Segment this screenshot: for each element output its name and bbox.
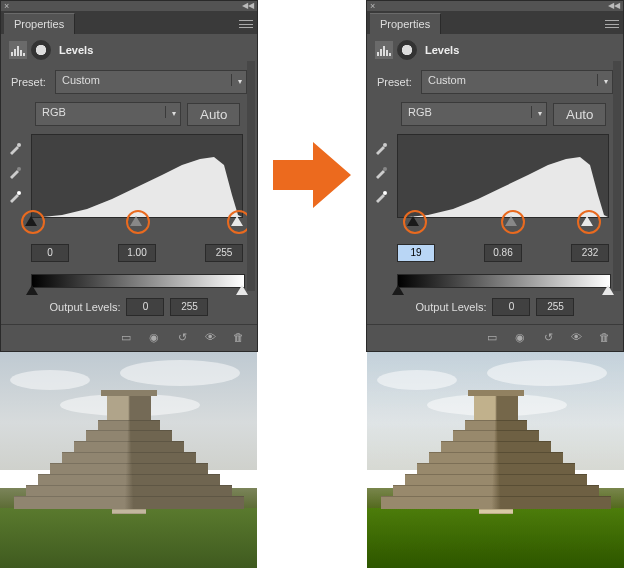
- panel-footer: ▭ ◉ ↺ 👁 🗑: [367, 324, 623, 351]
- input-slider-row[interactable]: [31, 218, 243, 232]
- view-previous-icon[interactable]: ◉: [511, 329, 529, 345]
- white-point-eyedropper-icon[interactable]: [373, 188, 389, 204]
- midtone-input[interactable]: 0.86: [484, 244, 522, 262]
- titlebar: × ◀◀: [1, 1, 257, 12]
- scrollbar[interactable]: [247, 61, 255, 291]
- tab-properties[interactable]: Properties: [4, 13, 75, 34]
- svg-rect-4: [23, 53, 25, 56]
- levels-icon[interactable]: [9, 41, 27, 59]
- svg-point-6: [17, 167, 21, 171]
- visibility-icon[interactable]: 👁: [567, 329, 585, 345]
- svg-point-15: [383, 191, 387, 195]
- preset-label: Preset:: [11, 76, 49, 88]
- output-shadow-slider[interactable]: [26, 285, 38, 297]
- preview-image-after: [367, 352, 624, 568]
- preset-select[interactable]: Custom▾: [421, 70, 613, 94]
- output-shadow-slider[interactable]: [392, 285, 404, 297]
- output-lo-input[interactable]: 0: [126, 298, 164, 316]
- panel-menu-icon[interactable]: [605, 18, 619, 28]
- adjustment-label: Levels: [425, 44, 459, 56]
- reset-icon[interactable]: ↺: [173, 329, 191, 345]
- black-point-eyedropper-icon[interactable]: [373, 140, 389, 156]
- titlebar: × ◀◀: [367, 1, 623, 12]
- tab-row: Properties: [367, 12, 623, 34]
- histogram-area: [397, 134, 613, 244]
- close-icon[interactable]: ×: [370, 1, 375, 11]
- properties-panel-after: × ◀◀ Properties Levels Preset: Custom▾ R…: [366, 0, 624, 352]
- collapse-icon[interactable]: ◀◀: [608, 1, 620, 10]
- preset-row: Preset: Custom▾: [367, 66, 623, 98]
- shadow-input[interactable]: 0: [31, 244, 69, 262]
- highlight-input[interactable]: 232: [571, 244, 609, 262]
- view-previous-icon[interactable]: ◉: [145, 329, 163, 345]
- preview-image-before: [0, 352, 257, 568]
- svg-point-14: [383, 167, 387, 171]
- properties-panel-before: × ◀◀ Properties Levels Preset: Custom▾ R…: [0, 0, 258, 352]
- eyedropper-column: [7, 140, 23, 204]
- auto-button[interactable]: Auto: [187, 103, 240, 126]
- input-values-row: 19 0.86 232: [397, 244, 609, 268]
- svg-rect-3: [20, 50, 22, 56]
- svg-rect-12: [389, 53, 391, 56]
- mask-icon[interactable]: [397, 40, 417, 60]
- output-hi-input[interactable]: 255: [536, 298, 574, 316]
- annotation-circle: [21, 210, 45, 234]
- tab-row: Properties: [1, 12, 257, 34]
- svg-rect-11: [386, 50, 388, 56]
- panel-footer: ▭ ◉ ↺ 👁 🗑: [1, 324, 257, 351]
- gray-point-eyedropper-icon[interactable]: [7, 164, 23, 180]
- highlight-input[interactable]: 255: [205, 244, 243, 262]
- trash-icon[interactable]: 🗑: [229, 329, 247, 345]
- mask-icon[interactable]: [31, 40, 51, 60]
- clip-to-layer-icon[interactable]: ▭: [483, 329, 501, 345]
- svg-rect-10: [383, 46, 385, 56]
- adjustment-header: Levels: [1, 34, 257, 66]
- channel-select[interactable]: RGB▾: [401, 102, 547, 126]
- scrollbar[interactable]: [613, 61, 621, 291]
- annotation-circle: [501, 210, 525, 234]
- white-point-eyedropper-icon[interactable]: [7, 188, 23, 204]
- output-hi-input[interactable]: 255: [170, 298, 208, 316]
- annotation-circle: [403, 210, 427, 234]
- gray-point-eyedropper-icon[interactable]: [373, 164, 389, 180]
- channel-row: RGB▾ Auto: [1, 98, 257, 130]
- input-values-row: 0 1.00 255: [31, 244, 243, 268]
- preset-label: Preset:: [377, 76, 415, 88]
- svg-rect-8: [377, 52, 379, 56]
- svg-rect-0: [11, 52, 13, 56]
- output-gradient: [397, 274, 611, 288]
- collapse-icon[interactable]: ◀◀: [242, 1, 254, 10]
- panel-menu-icon[interactable]: [239, 18, 253, 28]
- preset-select[interactable]: Custom▾: [55, 70, 247, 94]
- channel-select[interactable]: RGB▾: [35, 102, 181, 126]
- svg-rect-1: [14, 49, 16, 56]
- close-icon[interactable]: ×: [4, 1, 9, 11]
- histogram: [397, 134, 609, 218]
- histogram: [31, 134, 243, 218]
- black-point-eyedropper-icon[interactable]: [7, 140, 23, 156]
- auto-button[interactable]: Auto: [553, 103, 606, 126]
- output-levels-row: Output Levels: 0 255: [367, 288, 623, 324]
- adjustment-header: Levels: [367, 34, 623, 66]
- reset-icon[interactable]: ↺: [539, 329, 557, 345]
- output-label: Output Levels:: [50, 301, 121, 313]
- output-gradient: [31, 274, 245, 288]
- levels-icon[interactable]: [375, 41, 393, 59]
- input-slider-row[interactable]: [397, 218, 609, 232]
- svg-point-7: [17, 191, 21, 195]
- output-lo-input[interactable]: 0: [492, 298, 530, 316]
- shadow-input[interactable]: 19: [397, 244, 435, 262]
- annotation-circle: [126, 210, 150, 234]
- before-after-arrow-icon: [273, 140, 353, 210]
- output-levels-row: Output Levels: 0 255: [1, 288, 257, 324]
- svg-rect-9: [380, 49, 382, 56]
- annotation-circle: [577, 210, 601, 234]
- adjustment-label: Levels: [59, 44, 93, 56]
- preset-row: Preset: Custom▾: [1, 66, 257, 98]
- visibility-icon[interactable]: 👁: [201, 329, 219, 345]
- tab-properties[interactable]: Properties: [370, 13, 441, 34]
- clip-to-layer-icon[interactable]: ▭: [117, 329, 135, 345]
- midtone-input[interactable]: 1.00: [118, 244, 156, 262]
- trash-icon[interactable]: 🗑: [595, 329, 613, 345]
- svg-rect-2: [17, 46, 19, 56]
